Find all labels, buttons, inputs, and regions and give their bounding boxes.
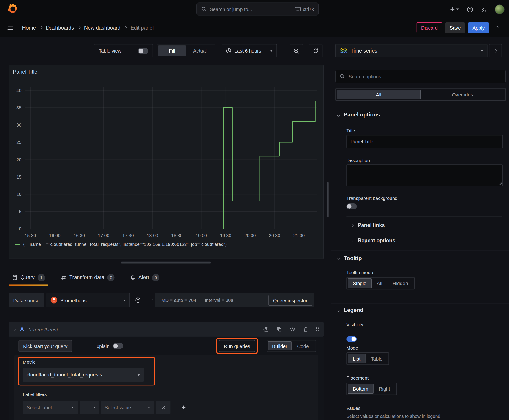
prometheus-icon — [50, 297, 57, 304]
query-options-summary: MD = auto = 704 Interval = 30s Query ins… — [155, 293, 314, 307]
query-help-icon[interactable] — [263, 327, 269, 332]
help-icon[interactable] — [467, 6, 473, 13]
drag-handle-icon[interactable] — [316, 326, 319, 333]
operator-dropdown[interactable]: = — [80, 401, 99, 414]
explain-label: Explain — [94, 343, 109, 349]
option-list[interactable]: List — [348, 354, 365, 363]
description-input[interactable] — [346, 165, 503, 186]
explain-toggle[interactable] — [113, 343, 123, 349]
panel-links-header: Panel links — [358, 223, 385, 228]
tab-alert[interactable]: Alert 0 — [127, 270, 163, 286]
chevron-down-icon — [337, 257, 340, 260]
query-inspector-button[interactable]: Query inspector — [268, 295, 312, 306]
panel-title-input[interactable] — [346, 135, 503, 148]
run-queries-button[interactable]: Run queries — [219, 340, 255, 352]
refresh-button[interactable] — [309, 44, 322, 57]
section-tooltip[interactable]: Tooltip — [337, 255, 362, 262]
zoom-out-button[interactable] — [290, 44, 303, 57]
tab-transform-data[interactable]: Transform data 0 — [57, 270, 118, 286]
table-view-toggle[interactable] — [138, 48, 148, 54]
option-all[interactable]: All — [372, 278, 387, 288]
scrollbar-thumb[interactable] — [327, 182, 328, 218]
add-filter-button[interactable] — [176, 401, 191, 414]
global-search-bar[interactable]: Search or jump to... ctrl+k — [196, 3, 319, 16]
datasource-help-button[interactable] — [132, 293, 144, 307]
user-avatar[interactable] — [495, 5, 504, 14]
add-new-button[interactable] — [450, 7, 459, 12]
chevron-down-icon — [270, 50, 273, 52]
remove-filter-button[interactable] — [156, 401, 171, 414]
datasource-picker[interactable]: Prometheus — [46, 293, 130, 307]
menu-toggle-icon[interactable] — [7, 25, 14, 30]
option-fill[interactable]: Fill — [158, 45, 186, 56]
tab-overrides[interactable]: Overrides — [421, 90, 504, 99]
options-tabs: All Overrides — [335, 88, 506, 100]
tab-query[interactable]: Query 1 — [9, 270, 48, 286]
breadcrumb-dashboards[interactable]: Dashboards — [46, 25, 74, 31]
transform-icon — [61, 275, 66, 280]
query-row-header[interactable]: A (Prometheus) — [9, 322, 324, 337]
pane-resize-handle[interactable] — [121, 262, 211, 264]
divider — [331, 303, 509, 303]
legend-visibility-toggle[interactable] — [346, 336, 357, 342]
breadcrumb-edit-panel: Edit panel — [131, 25, 154, 31]
option-bottom[interactable]: Bottom — [348, 384, 373, 394]
svg-text:17:00: 17:00 — [98, 233, 109, 238]
options-search-input[interactable] — [335, 70, 506, 83]
expand-query-options[interactable] — [151, 293, 153, 307]
chevron-right-icon — [77, 26, 81, 29]
section-legend[interactable]: Legend — [337, 307, 363, 314]
plus-icon — [450, 7, 455, 12]
option-right[interactable]: Right — [373, 384, 395, 394]
time-range-picker[interactable]: Last 6 hours — [222, 44, 277, 57]
breadcrumb-new-dashboard[interactable]: New dashboard — [84, 25, 121, 31]
viz-suggestions-button[interactable] — [489, 44, 502, 57]
collapse-query-icon — [13, 328, 16, 331]
query-row-datasource: (Prometheus) — [29, 327, 58, 332]
question-circle-icon — [135, 297, 141, 303]
toggle-visibility-icon[interactable] — [289, 327, 295, 332]
time-range-label: Last 6 hours — [234, 48, 261, 54]
collapse-options-button[interactable] — [492, 23, 502, 32]
select-label-dropdown[interactable]: Select label — [23, 401, 78, 414]
section-panel-links[interactable]: Panel links — [351, 218, 385, 233]
grafana-logo-icon[interactable] — [7, 3, 18, 15]
option-actual[interactable]: Actual — [186, 45, 214, 56]
select-value-dropdown[interactable]: Select value — [100, 401, 154, 414]
option-code[interactable]: Code — [291, 341, 314, 351]
svg-text:35: 35 — [16, 105, 22, 110]
time-series-chart[interactable]: 051015202530354015:3016:0016:3017:0017:3… — [9, 78, 324, 247]
tab-all[interactable]: All — [337, 90, 421, 99]
save-button[interactable]: Save — [446, 22, 465, 33]
breadcrumb-home[interactable]: Home — [22, 25, 36, 31]
datasource-row: Data source Prometheus MD = auto = 704 I… — [9, 293, 324, 307]
panel-title: Panel Title — [13, 69, 37, 75]
panel-edit-actions: Discard Save Apply — [417, 22, 502, 33]
viz-type-label: Time series — [350, 48, 377, 54]
resize-grip-icon[interactable] — [499, 182, 502, 185]
interval-stat: Interval = 30s — [205, 298, 233, 303]
metric-select[interactable]: cloudflared_tunnel_total_requests — [23, 368, 144, 382]
visualization-picker[interactable]: Time series — [335, 44, 487, 57]
duplicate-query-icon[interactable] — [276, 327, 282, 332]
option-single[interactable]: Single — [348, 278, 372, 288]
datasource-label: Data source — [9, 293, 44, 307]
editor-tabs: Query 1 Transform data 0 Alert 0 — [9, 270, 163, 286]
legend-item[interactable]: {__name__="cloudflared_tunnel_total_requ… — [15, 242, 227, 247]
option-hidden[interactable]: Hidden — [387, 278, 413, 288]
section-repeat-options[interactable]: Repeat options — [351, 233, 395, 248]
delete-query-icon[interactable] — [303, 327, 308, 332]
discard-button[interactable]: Discard — [417, 22, 442, 33]
panel-options-pane: Time series All Overrides Panel options … — [331, 37, 509, 420]
section-panel-options[interactable]: Panel options — [337, 112, 380, 118]
news-feed-icon[interactable] — [481, 6, 487, 12]
svg-text:16:00: 16:00 — [49, 233, 61, 238]
clock-icon — [226, 48, 232, 54]
apply-button[interactable]: Apply — [468, 22, 489, 33]
kick-start-button[interactable]: Kick start your query — [18, 340, 72, 352]
option-table[interactable]: Table — [365, 354, 387, 363]
option-builder[interactable]: Builder — [268, 341, 291, 351]
chevron-down-icon — [71, 406, 74, 408]
transparent-bg-toggle[interactable] — [346, 203, 357, 209]
chevron-down-icon — [481, 50, 483, 52]
